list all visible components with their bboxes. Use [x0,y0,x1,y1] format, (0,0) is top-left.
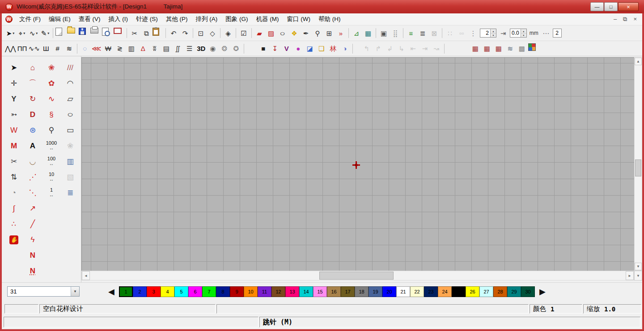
palette-swatch-9[interactable]: 9 [230,286,244,297]
scissors-tool[interactable]: ✂ [4,154,23,169]
divider-dots-icon[interactable]: ⋮ [468,28,479,38]
reshape-button[interactable]: ◈ [223,28,233,38]
stitch-list-tool-caret-icon[interactable]: ▾ [36,31,38,35]
scroll-corner-button[interactable]: ▼ [634,271,642,281]
threads-button[interactable]: » [335,28,346,38]
output-view-3-button[interactable]: ▦ [493,43,504,54]
palette-swatch-16[interactable]: 16 [327,286,341,297]
horizontal-scrollbar[interactable]: ◄ ► [81,271,634,281]
print-preview-button[interactable] [102,28,113,38]
hoop-tool[interactable]: ⌖▾ [17,28,27,38]
zigzag-stitch-button[interactable]: ∿∿ [29,43,40,54]
spray-dots-tool[interactable]: ∴ [4,216,23,232]
pattern-block-button[interactable]: ▥ [126,43,137,54]
menu-stitch[interactable]: 针迹 (S) [132,14,162,24]
dotted-run-b-tool[interactable]: ⋱ [23,185,42,201]
menu-image[interactable]: 图象 (G) [221,14,252,24]
pen-line-button[interactable]: ✒ [301,28,311,38]
satin-stitch-button[interactable]: ⋀⋀ [5,43,16,54]
program-split-button[interactable]: ▤ [161,43,172,54]
palette-swatch-18[interactable]: 18 [355,286,369,297]
digitize-closed-tool[interactable]: ⌂ [23,60,42,75]
vertical-scroll-thumb[interactable] [635,159,641,176]
palette-swatch-13[interactable]: 13 [285,286,299,297]
recolor-figures-button[interactable]: 林 [328,43,339,54]
auto-check-button[interactable]: ☑ [238,28,249,38]
color-film-button[interactable]: ▦ [363,28,373,38]
palette-swatch-8[interactable]: 8 [216,286,230,297]
image-button[interactable]: ▣ [378,28,389,38]
outline-tool-button[interactable]: ○ [277,28,288,38]
letter-n-dots-tool[interactable]: N [23,263,42,279]
palette-swatch-14[interactable]: 14 [299,286,313,297]
titlebar[interactable]: W Wilcom(威尔克姆)ES-65花样设计软件 - [Design1 Taj… [0,0,644,13]
zigzag-run-tool[interactable]: ∿ [42,91,61,107]
palette-swatch-26[interactable]: 26 [466,286,479,297]
palette-swatch-21[interactable]: 21 [396,286,410,297]
w-stitch-tool[interactable]: W [4,122,23,138]
fancy-zigzag-button[interactable]: ⋘ [91,43,102,54]
dome-curve-tool[interactable]: ⌒ [23,75,42,91]
open-shape-tool[interactable]: ▱ [61,91,80,107]
pin-button[interactable]: ⚲ [312,28,323,38]
palette-swatch-29[interactable]: 29 [507,286,521,297]
output-view-1-button[interactable]: ▦ [470,43,481,54]
stitch-count-spinner[interactable]: 2▴▾ [480,29,496,38]
contour-lines-button[interactable]: ☰ [184,43,195,54]
frame-view-button[interactable]: ■ [258,43,269,54]
lightning-run-tool[interactable]: ϟ [23,232,42,247]
stitch-count-spinner-arrows[interactable]: ▴▾ [490,29,496,37]
color-quad-button[interactable] [528,43,539,54]
scale-10-tool[interactable]: 10↔ [42,169,61,185]
palette-prev-button[interactable]: ◀ [108,287,114,297]
mdi-close-button[interactable]: × [633,16,637,23]
letter-n-run-tool[interactable]: N [23,247,42,263]
hatch-brush-button[interactable]: ▨ [266,28,276,38]
palette-next-button[interactable]: ▶ [539,287,546,297]
e-stitch-button[interactable]: ΠΠ [17,43,28,54]
warp-effect-button[interactable]: ◉ [208,43,218,54]
curve-fill-button[interactable]: ≷ [114,43,125,54]
run-select-tool[interactable]: ➳ [4,107,23,122]
updown-stitch-tool[interactable]: ⇅ [4,169,23,185]
palette-swatch-30[interactable]: 30 [521,286,535,297]
spring-coil-tool[interactable]: § [42,107,61,122]
new-design-button[interactable] [55,28,66,38]
save-design-button[interactable] [79,28,89,38]
open-design-button[interactable] [67,28,78,38]
scroll-down-button[interactable]: ▼ [635,263,642,270]
stipple-run-button[interactable]: ∬ [173,43,183,54]
digitize-tool[interactable]: ✎▾ [40,28,51,38]
menu-edit[interactable]: 编辑 (E) [45,14,75,24]
select-object-tool[interactable]: ➤ [4,60,23,75]
palette-swatch-27[interactable]: 27 [479,286,493,297]
menu-others[interactable]: 其他 (P) [162,14,192,24]
cut-button[interactable]: ✂ [129,28,140,38]
magic-sphere-button[interactable]: ● [293,43,304,54]
arc-input-tool[interactable]: ◠ [61,75,80,91]
palette-swatch-24[interactable]: 24 [438,286,452,297]
stitch-length-spinner-value[interactable]: 0.0 [510,29,521,37]
minimize-button[interactable]: — [590,2,604,11]
palette-swatch-19[interactable]: 19 [369,286,382,297]
mirror-merge-button[interactable]: ◪ [305,43,315,54]
palette-swatch-10[interactable]: 10 [244,286,258,297]
palette-swatch-17[interactable]: 17 [341,286,355,297]
horizontal-scroll-thumb[interactable] [319,272,394,280]
pin-drop-tool[interactable]: ⚲ [42,122,61,138]
output-view-4-button[interactable]: ≋ [505,43,516,54]
tatami-fill-button[interactable]: # [52,43,63,54]
stitch-length-spinner-up-icon[interactable]: ▴ [521,29,526,34]
palette-swatch-5[interactable]: 5 [174,286,188,297]
color-wheel-tool[interactable]: ⊛ [23,122,42,138]
s-curve-tool[interactable]: ∫ [4,201,23,216]
columns-view-tool[interactable]: ▥ [61,154,80,169]
send-to-screen-button[interactable] [114,28,124,38]
select-box-button[interactable]: ⊡ [195,28,206,38]
close-button[interactable]: × [618,2,639,11]
properties-button[interactable]: ❏ [316,43,327,54]
palette-swatch-7[interactable]: 7 [202,286,216,297]
menu-help[interactable]: 帮助 (H) [314,14,345,24]
trailing-value-box[interactable]: 2 [553,29,562,38]
v-select-button[interactable]: V [281,43,292,54]
